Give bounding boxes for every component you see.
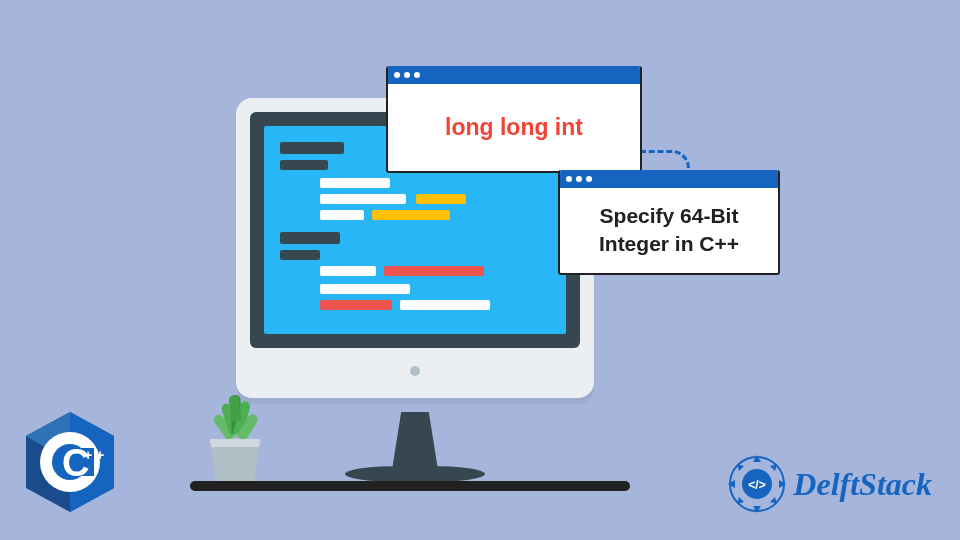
monitor-power-led: [410, 366, 420, 376]
code-tag-icon: </>: [749, 478, 766, 492]
cpp-logo-icon: C + +: [22, 408, 118, 520]
title-card: Specify 64-Bit Integer in C++: [558, 170, 780, 275]
delftstack-brand-text: DelftStack: [793, 466, 932, 503]
title-card-text: Specify 64-Bit Integer in C++: [560, 188, 778, 273]
delftstack-badge-icon: </>: [727, 454, 787, 514]
plant: [205, 439, 265, 481]
card-titlebar: [560, 170, 778, 188]
code-card-text: long long int: [388, 84, 640, 171]
svg-text:+: +: [96, 447, 104, 463]
code-card: long long int: [386, 66, 642, 173]
monitor-stand-base: [345, 466, 485, 482]
card-titlebar: [388, 66, 640, 84]
desk-surface: [190, 481, 630, 491]
delftstack-logo: </> DelftStack: [727, 454, 932, 514]
svg-text:+: +: [84, 447, 92, 463]
monitor-stand-neck: [392, 412, 438, 470]
